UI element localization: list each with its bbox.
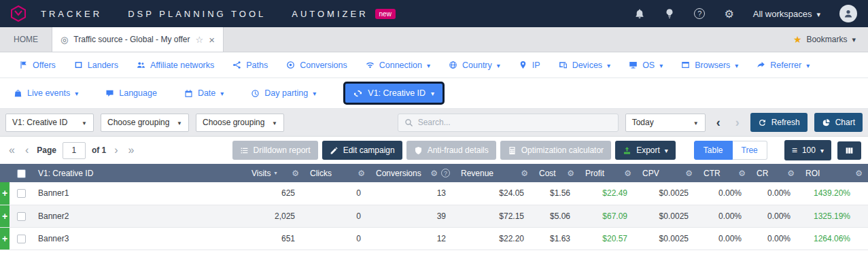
table-row-banner3[interactable]: Banner3 651 0 12 $22.20 $1.63 $20.57 $0.… <box>0 227 868 250</box>
column-settings-gear-icon[interactable] <box>521 169 528 178</box>
nav-conversions[interactable]: Conversions <box>286 61 347 70</box>
chevron-down-icon <box>659 61 663 70</box>
view-tree-button[interactable]: Tree <box>733 141 767 160</box>
table-row-banner1[interactable]: Banner1 625 0 13 $24.05 $1.56 $22.49 $0.… <box>0 182 868 205</box>
brand-name-tracker[interactable]: TRACKER <box>41 9 102 19</box>
table-row-banner2[interactable]: Banner2 2,025 0 39 $72.15 $5.06 $67.09 $… <box>0 205 868 227</box>
expand-row-button[interactable] <box>0 227 10 250</box>
chart-button[interactable]: Chart <box>814 113 863 132</box>
expand-row-button[interactable] <box>0 205 10 227</box>
user-avatar[interactable] <box>839 5 857 22</box>
previous-period-button[interactable]: ‹ <box>712 116 725 130</box>
brand-name-dsp-planning-tool[interactable]: DSP PLANNING TOOL <box>128 9 266 19</box>
first-page-button[interactable] <box>7 144 17 156</box>
date-range-select[interactable]: Today <box>625 114 706 132</box>
header-visits[interactable]: Visits <box>246 164 305 182</box>
notifications-bell-icon[interactable] <box>634 8 645 19</box>
header-cr[interactable]: CR <box>751 164 800 182</box>
nav-date[interactable]: Date <box>184 88 224 98</box>
expand-row-button[interactable] <box>0 182 10 205</box>
page-number-input[interactable] <box>63 142 86 159</box>
sort-desc-icon[interactable] <box>274 170 277 176</box>
cell-cr: 0.00% <box>751 182 800 205</box>
last-page-button[interactable] <box>126 144 137 156</box>
header-profit[interactable]: Profit <box>580 164 637 182</box>
tips-lightbulb-icon[interactable] <box>664 8 675 19</box>
settings-gear-icon[interactable] <box>724 7 733 20</box>
nav-connection[interactable]: Connection <box>366 61 430 70</box>
row-checkbox[interactable] <box>17 235 26 243</box>
next-period-button[interactable]: › <box>731 116 744 130</box>
view-table-button[interactable]: Table <box>694 141 733 160</box>
nav-paths[interactable]: Paths <box>232 61 268 70</box>
column-settings-gear-icon[interactable] <box>292 169 299 178</box>
grouping-select-3[interactable]: Choose grouping <box>196 114 284 132</box>
column-settings-gear-icon[interactable] <box>358 169 365 178</box>
column-settings-gear-icon[interactable] <box>787 169 795 178</box>
header-creative-id[interactable]: V1: Creative ID <box>33 164 246 182</box>
nav-day-parting[interactable]: Day parting <box>251 88 316 98</box>
nav-offers[interactable]: Offers <box>19 61 56 70</box>
column-settings-gear-icon[interactable] <box>855 169 863 178</box>
header-clicks[interactable]: Clicks <box>305 164 370 182</box>
header-cpv[interactable]: CPV <box>637 164 698 182</box>
nav-v1-creative-id-active[interactable]: V1: Creative ID <box>343 82 445 105</box>
nav-landers[interactable]: Landers <box>74 61 118 70</box>
drilldown-report-button[interactable]: Drilldown report <box>232 141 318 160</box>
column-settings-gear-icon[interactable] <box>567 169 574 178</box>
refresh-button[interactable]: Refresh <box>750 113 808 132</box>
column-settings-gear-icon[interactable] <box>685 169 693 178</box>
grouping-select-2[interactable]: Choose grouping <box>101 114 189 132</box>
tab-home[interactable]: HOME <box>0 27 52 52</box>
top-navigation-bar: TRACKER DSP PLANNING TOOL AUTOMIZER new … <box>0 0 868 27</box>
tab-traffic-source-report[interactable]: Traffic source - Global - My offer <box>52 27 224 52</box>
export-button[interactable]: Export <box>615 141 676 160</box>
help-question-icon[interactable] <box>441 169 450 177</box>
favorite-star-icon[interactable] <box>196 35 204 45</box>
chevron-down-icon <box>806 61 810 70</box>
close-tab-icon[interactable] <box>209 34 215 46</box>
column-settings-gear-icon[interactable] <box>624 169 631 178</box>
bookmarks-menu[interactable]: Bookmarks <box>781 27 868 52</box>
cell-creative-name: Banner3 <box>33 227 246 250</box>
header-revenue[interactable]: Revenue <box>455 164 534 182</box>
nav-live-events[interactable]: Live events <box>14 88 78 98</box>
previous-page-button[interactable] <box>23 144 31 156</box>
column-settings-gear-icon[interactable] <box>738 169 746 178</box>
header-roi[interactable]: ROI <box>800 164 868 182</box>
nav-country[interactable]: Country <box>449 61 500 70</box>
brand-logo-icon[interactable] <box>11 5 26 22</box>
grouping-select-1[interactable]: V1: Creative ID <box>5 114 94 132</box>
workspaces-dropdown[interactable]: All workspaces <box>753 9 820 19</box>
rows-per-page-button[interactable]: 100 <box>784 140 831 160</box>
optimization-calculator-button[interactable]: Optimization calculator <box>500 141 611 160</box>
row-checkbox[interactable] <box>17 212 26 221</box>
columns-settings-button[interactable] <box>837 141 861 160</box>
view-mode-toggle: Table Tree <box>694 141 767 160</box>
header-cost[interactable]: Cost <box>534 164 580 182</box>
search-input[interactable] <box>418 118 612 127</box>
nav-devices[interactable]: Devices <box>559 61 611 70</box>
edit-campaign-button[interactable]: Edit campaign <box>322 141 402 160</box>
header-checkbox-cell <box>10 164 33 182</box>
next-page-button[interactable] <box>112 144 120 156</box>
select-all-checkbox[interactable] <box>17 169 26 178</box>
nav-language[interactable]: Language <box>105 88 157 98</box>
column-label: Visits <box>251 169 271 178</box>
nav-affiliate-networks[interactable]: Affiliate networks <box>137 61 214 70</box>
cell-cr: 0.00% <box>751 227 800 250</box>
nav-os[interactable]: OS <box>629 61 663 70</box>
brand-name-automizer[interactable]: AUTOMIZER <box>292 9 368 19</box>
row-checkbox[interactable] <box>17 189 26 198</box>
column-settings-gear-icon[interactable] <box>430 169 438 178</box>
nav-ip[interactable]: IP <box>519 61 540 70</box>
cell-ctr: 0.00% <box>698 227 751 250</box>
report-dimension-nav-primary: Offers Landers Affiliate networks Paths … <box>0 52 868 78</box>
help-question-icon[interactable] <box>694 8 705 19</box>
nav-referrer[interactable]: Referrer <box>757 61 810 70</box>
header-ctr[interactable]: CTR <box>698 164 751 182</box>
cell-revenue: $24.05 <box>455 182 534 205</box>
nav-browsers[interactable]: Browsers <box>681 61 738 70</box>
header-conversions[interactable]: Conversions <box>370 164 455 182</box>
anti-fraud-details-button[interactable]: Anti-fraud details <box>406 141 496 160</box>
